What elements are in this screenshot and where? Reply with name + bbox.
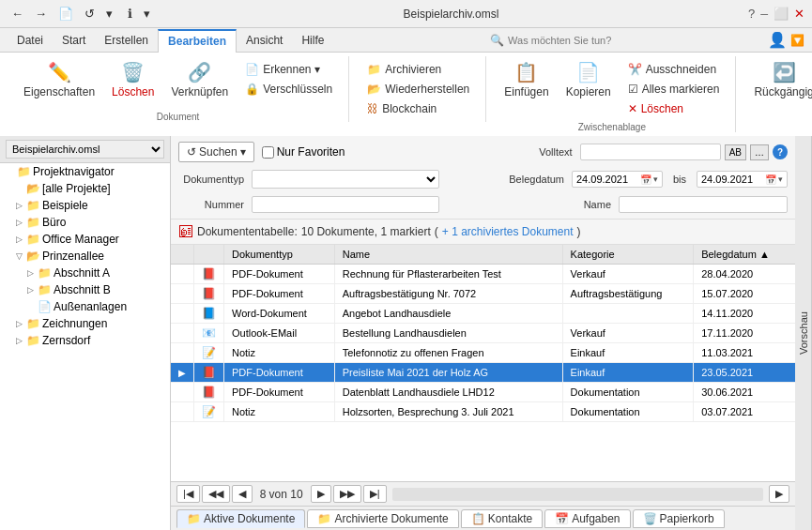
tree-item-buero[interactable]: ▷ 📁 Büro [0,214,170,231]
ribbon-expand-icon[interactable]: 🔽 [790,34,804,47]
col-kategorie[interactable]: Kategorie [562,245,694,265]
calendar2-icon[interactable]: 📅 [765,174,776,185]
expand-icon: ▷ [13,336,24,345]
tab-kontakte[interactable]: 📋 Kontakte [461,509,543,528]
col-datum sort-asc[interactable]: Belegdatum ▲ [694,245,795,265]
tab-erstellen[interactable]: Erstellen [95,28,158,52]
table-row[interactable]: 📧 Outlook-EMail Bestellung Landhausdiele… [171,324,795,343]
tab-ansicht[interactable]: Ansicht [237,28,292,52]
kopieren-button[interactable]: 📄 Kopieren [559,56,618,103]
dokumenttyp-select[interactable] [252,170,439,189]
volltext-dots-button[interactable]: … [750,144,769,160]
ausschneiden-button[interactable]: ✂️ Ausschneiden [621,60,723,79]
volltext-ab-button[interactable]: AB [725,144,746,160]
tab-datei[interactable]: Datei [8,28,53,52]
date-dropdown-icon[interactable]: ▾ [653,174,658,184]
folder-icon: 📁 [17,165,31,178]
nur-favoriten-checkbox[interactable] [262,146,274,159]
page-next-button[interactable]: ▶ [311,485,331,503]
col-arrow[interactable] [171,245,194,265]
alles-markieren-button[interactable]: ☑ Alles markieren [621,80,727,98]
verknuepfen-button[interactable]: 🔗 Verknüpfen [164,56,235,103]
wiederherstellen-button[interactable]: 📂 Wiederherstellen [360,80,476,98]
page-fwd-button[interactable]: ▶▶ [333,485,361,503]
volltext-help-button[interactable]: ? [773,144,788,159]
blockchain-button[interactable]: ⛓ Blockchain [360,99,443,118]
table-row[interactable]: 📕 PDF-Dokument Auftragsbestätigung Nr. 7… [171,284,795,304]
ribbon-user-icon[interactable]: 👤 [768,31,787,49]
belegdatum-from-input[interactable] [576,174,638,185]
archivieren-button[interactable]: 📁 Archivieren [360,60,448,79]
archive-selector[interactable]: Beispielarchiv.omsl [6,140,164,159]
row-arrow-cell [171,265,194,284]
scroll-right-button[interactable]: ▶ [769,485,789,503]
tree-item-projektnavigator[interactable]: 📁 Projektnavigator [0,163,170,180]
tree-item-aussenanlagen[interactable]: 📄 Außenanlagen [0,298,170,315]
table-row[interactable]: 📕 PDF-Dokument Rechnung für Pflasterarbe… [171,265,795,284]
row-kategorie-cell: Auftragsbestätigung [562,284,694,304]
minimize-icon[interactable]: ─ [760,8,768,20]
page-prev-button[interactable]: ◀◀ [202,485,230,503]
back-button[interactable]: ← [8,5,27,23]
tree-item-alle-projekte[interactable]: 📂 [alle Projekte] [0,180,170,197]
close-icon[interactable]: ✕ [794,7,804,21]
col-typ[interactable]: Dokumenttyp [224,245,335,265]
horizontal-scrollbar[interactable] [392,488,763,501]
total-pages: 10 [290,488,302,501]
row-datum-cell: 15.07.2020 [694,284,795,304]
calendar-icon[interactable]: 📅 [640,174,651,185]
loeschen-button[interactable]: 🗑️ Löschen [105,56,161,103]
tree-item-beispiele[interactable]: ▷ 📁 Beispiele [0,197,170,214]
belegdatum-to-input[interactable] [701,174,763,185]
volltext-input[interactable] [580,144,721,160]
tab-aktive-dokumente[interactable]: 📁 Aktive Dokumente [176,509,305,528]
tab-bearbeiten[interactable]: Bearbeiten [158,29,237,53]
tree-item-prinzenallee[interactable]: ▽ 📂 Prinzenallee [0,248,170,265]
table-row[interactable]: ▶ 📕 PDF-Dokument Preisliste Mai 2021 der… [171,363,795,383]
table-info-archived-link[interactable]: + 1 archiviertes Dokument [442,225,574,238]
tab-aufgaben[interactable]: 📅 Aufgaben [544,509,630,528]
eigenschaften-button[interactable]: ✏️ Eigenschaften [17,56,101,103]
table-wrapper[interactable]: Dokumenttyp Name Kategorie Belegdatum ▲ … [171,245,795,481]
nur-favoriten-check: Nur Favoriten [262,145,345,159]
page-last-button[interactable]: ▶| [363,485,387,503]
table-row[interactable]: 📝 Notiz Holzsorten, Besprechung 3. Juli … [171,402,795,422]
tab-start[interactable]: Start [53,28,95,52]
tab-archivierte-dokumente[interactable]: 📁 Archivierte Dokumente [307,509,458,528]
tab-papierkorb[interactable]: 🗑️ Papierkorb [633,509,725,528]
rueckgaengig-button[interactable]: ↩️ Rückgängig [747,56,812,103]
date-dropdown2-icon[interactable]: ▾ [778,174,783,184]
tree-item-office-manager[interactable]: ▷ 📁 Office Manager [0,231,170,248]
tree-item-zeichnungen[interactable]: ▷ 📁 Zeichnungen [0,315,170,332]
page-first-button[interactable]: |◀ [176,485,200,503]
dropdown2-button[interactable]: ▾ [140,5,154,23]
einfuegen-button[interactable]: 📋 Einfügen [498,56,555,103]
help-window-icon[interactable]: ? [748,7,755,21]
name-input[interactable] [619,196,788,213]
erkennen-button[interactable]: 📄 Erkennen ▾ [238,60,327,79]
expand-icon: ▽ [13,251,24,261]
file-icon-button[interactable]: 📄 [54,5,77,23]
tree-item-abschnitt-b[interactable]: ▷ 📁 Abschnitt B [0,281,170,298]
table-row[interactable]: 📘 Word-Dokument Angebot Landhausdiele 14… [171,304,795,324]
table-row[interactable]: 📝 Notiz Telefonnotiz zu offenen Fragen E… [171,343,795,363]
verschluesseln-button[interactable]: 🔒 Verschlüsseln [238,80,339,98]
col-name[interactable]: Name [334,245,562,265]
tab-hilfe[interactable]: Hilfe [292,28,333,52]
table-row[interactable]: 📕 PDF-Dokument Datenblatt Landhausdiele … [171,383,795,402]
info-button[interactable]: ℹ [124,5,136,23]
refresh-button[interactable]: ↺ [81,5,99,23]
loeschen2-button[interactable]: ✕ Löschen [621,99,690,118]
dropdown-button[interactable]: ▾ [102,5,116,23]
tree-item-zernsdorf[interactable]: ▷ 📁 Zernsdorf [0,332,170,349]
suchen-button[interactable]: ↺ Suchen ▾ [178,142,254,162]
window-title: Beispielarchiv.omsl [154,8,748,21]
nummer-input[interactable] [252,196,439,213]
tree-item-abschnitt-a[interactable]: ▷ 📁 Abschnitt A [0,265,170,281]
tree-label: Abschnitt A [54,266,166,280]
vorschau-tab[interactable]: Vorschau [795,136,812,530]
name-label: Name [545,199,611,210]
maximize-icon[interactable]: ⬜ [774,7,789,21]
page-back-button[interactable]: ◀ [232,485,253,503]
forward-button[interactable]: → [31,5,51,23]
